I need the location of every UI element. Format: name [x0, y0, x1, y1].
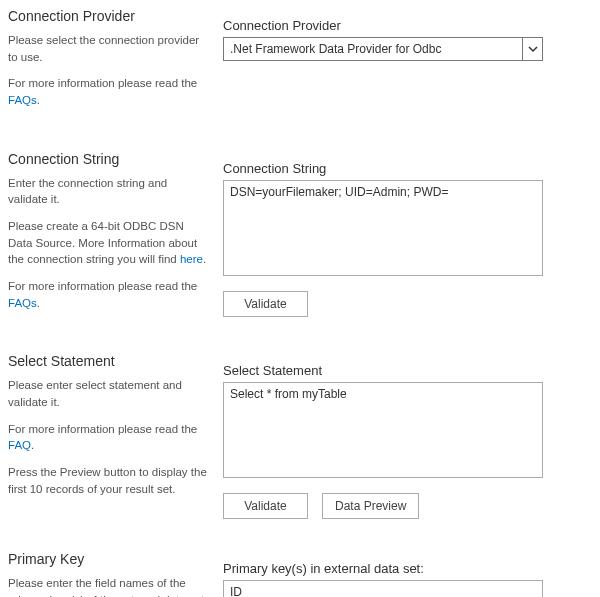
desc-text: For more information please read the FAQ…	[8, 75, 208, 108]
desc-fragment: .	[37, 94, 40, 106]
section-select-field: Select Statement Validate Data Preview	[223, 351, 592, 519]
select-statement-input[interactable]	[223, 382, 543, 478]
desc-text: Please select the connection provider to…	[8, 32, 208, 65]
faq-link[interactable]: FAQ	[8, 439, 31, 451]
button-row: Validate	[223, 291, 592, 317]
section-title: Primary Key	[8, 551, 208, 567]
button-row: Validate Data Preview	[223, 493, 592, 519]
section-connection-provider: Connection Provider Please select the co…	[8, 6, 592, 119]
section-connstr-field: Connection String Validate	[223, 149, 592, 322]
validate-button[interactable]: Validate	[223, 493, 308, 519]
desc-text: Enter the connection string and validate…	[8, 175, 208, 208]
connection-string-input[interactable]	[223, 180, 543, 276]
desc-text: For more information please read the FAQ…	[8, 421, 208, 454]
desc-text: Please enter the field names of the prim…	[8, 575, 208, 597]
field-label: Connection String	[223, 161, 592, 176]
section-pkey-help: Primary Key Please enter the field names…	[8, 549, 223, 597]
desc-text: Press the Preview button to display the …	[8, 464, 208, 497]
select-value: .Net Framework Data Provider for Odbc	[230, 42, 441, 56]
chevron-down-icon	[522, 38, 542, 60]
section-title: Connection Provider	[8, 8, 208, 24]
section-provider-help: Connection Provider Please select the co…	[8, 6, 223, 119]
section-connection-string: Connection String Enter the connection s…	[8, 149, 592, 322]
desc-text: For more information please read the FAQ…	[8, 278, 208, 311]
primary-key-input[interactable]	[223, 580, 543, 597]
desc-fragment: For more information please read the	[8, 280, 197, 292]
faqs-link[interactable]: FAQs	[8, 94, 37, 106]
desc-fragment: .	[37, 297, 40, 309]
desc-fragment: For more information please read the	[8, 423, 197, 435]
section-connstr-help: Connection String Enter the connection s…	[8, 149, 223, 322]
section-title: Select Statement	[8, 353, 208, 369]
connection-provider-select[interactable]: .Net Framework Data Provider for Odbc	[223, 37, 543, 61]
desc-text: Please create a 64-bit ODBC DSN Data Sou…	[8, 218, 208, 268]
validate-button[interactable]: Validate	[223, 291, 308, 317]
desc-fragment: Please create a 64-bit ODBC DSN Data Sou…	[8, 220, 197, 265]
desc-fragment: .	[31, 439, 34, 451]
field-label: Connection Provider	[223, 18, 592, 33]
section-select-statement: Select Statement Please enter select sta…	[8, 351, 592, 519]
section-primary-key: Primary Key Please enter the field names…	[8, 549, 592, 597]
section-select-help: Select Statement Please enter select sta…	[8, 351, 223, 519]
desc-fragment: For more information please read the	[8, 77, 197, 89]
desc-fragment: .	[203, 253, 206, 265]
data-preview-button[interactable]: Data Preview	[322, 493, 419, 519]
here-link[interactable]: here	[180, 253, 203, 265]
desc-text: Please enter select statement and valida…	[8, 377, 208, 410]
section-pkey-field: Primary key(s) in external data set: Val…	[223, 549, 592, 597]
faqs-link[interactable]: FAQs	[8, 297, 37, 309]
field-label: Primary key(s) in external data set:	[223, 561, 592, 576]
section-provider-field: Connection Provider .Net Framework Data …	[223, 6, 592, 119]
section-title: Connection String	[8, 151, 208, 167]
field-label: Select Statement	[223, 363, 592, 378]
